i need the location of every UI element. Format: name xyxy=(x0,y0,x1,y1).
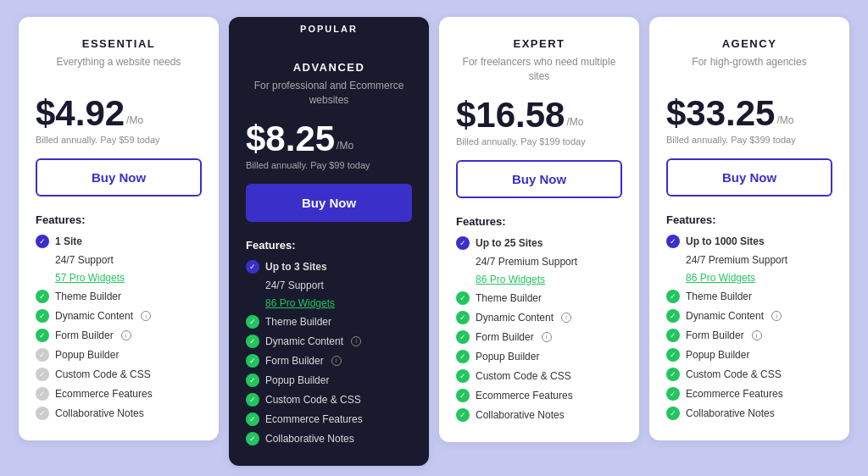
feature-item-essential-8: ✓Ecommerce Features xyxy=(36,387,202,401)
buy-button-essential[interactable]: Buy Now xyxy=(36,158,202,196)
features-label-advanced: Features: xyxy=(246,239,412,252)
feature-item-essential-5: ✓Form Builderi xyxy=(36,329,202,342)
feature-list-advanced: ✓Up to 3 Sites 24/7 Support 86 Pro Widge… xyxy=(246,260,412,446)
feature-text-essential-9: Collaborative Notes xyxy=(55,407,144,419)
feature-text-advanced-9: Collaborative Notes xyxy=(265,433,354,445)
feature-item-expert-3: ✓Theme Builder xyxy=(456,291,622,305)
icon-green: ✓ xyxy=(666,407,680,420)
feature-item-essential-6: ✓Popup Builder xyxy=(36,348,202,362)
feature-text-essential-8: Ecommerce Features xyxy=(55,388,153,400)
feature-text-essential-0: 1 Site xyxy=(55,235,82,247)
feature-text-advanced-0: Up to 3 Sites xyxy=(265,261,327,273)
icon-green: ✓ xyxy=(246,354,259,368)
feature-text-agency-8: Ecommerce Features xyxy=(686,388,783,400)
feature-item-agency-5: ✓Form Builderi xyxy=(666,329,832,342)
icon-blue: ✓ xyxy=(246,260,259,274)
feature-item-advanced-3: ✓Theme Builder xyxy=(246,315,412,329)
feature-item-expert-6: ✓Popup Builder xyxy=(456,350,622,363)
feature-text-agency-7: Custom Code & CSS xyxy=(686,368,782,380)
icon-gray: ✓ xyxy=(36,348,49,362)
feature-text-expert-4: Dynamic Content xyxy=(476,312,554,324)
billing-note-essential: Billed annually. Pay $59 today xyxy=(36,135,202,145)
price-row-advanced: $8.25 /Mo xyxy=(246,121,412,157)
icon-green: ✓ xyxy=(456,330,470,344)
feature-link-essential-2[interactable]: 57 Pro Widgets xyxy=(55,272,125,284)
icon-green: ✓ xyxy=(456,291,470,305)
feature-item-expert-7: ✓Custom Code & CSS xyxy=(456,369,622,383)
feature-item-agency-3: ✓Theme Builder xyxy=(666,290,832,303)
icon-green: ✓ xyxy=(246,335,259,348)
icon-green: ✓ xyxy=(666,368,680,381)
icon-blue: ✓ xyxy=(36,235,49,248)
plan-name-agency: AGENCY xyxy=(666,37,832,50)
feature-item-essential-2: 57 Pro Widgets xyxy=(36,272,202,284)
icon-green: ✓ xyxy=(36,290,49,303)
price-period-essential: /Mo xyxy=(126,114,143,126)
feature-item-agency-6: ✓Popup Builder xyxy=(666,348,832,362)
feature-text-advanced-4: Dynamic Content xyxy=(265,335,343,347)
feature-link-advanced-2[interactable]: 86 Pro Widgets xyxy=(265,297,335,309)
icon-green: ✓ xyxy=(456,408,470,422)
icon-green: ✓ xyxy=(246,432,259,446)
icon-green: ✓ xyxy=(456,311,470,324)
feature-text-essential-4: Dynamic Content xyxy=(55,310,133,322)
feature-item-essential-9: ✓Collaborative Notes xyxy=(36,407,202,420)
feature-item-advanced-2: 86 Pro Widgets xyxy=(246,297,412,309)
buy-button-expert[interactable]: Buy Now xyxy=(456,160,622,198)
pricing-container: ESSENTIALEverything a website needs $4.9… xyxy=(19,17,849,466)
billing-note-agency: Billed annually. Pay $399 today xyxy=(666,135,832,145)
icon-green: ✓ xyxy=(456,389,470,402)
feature-item-advanced-8: ✓Ecommerce Features xyxy=(246,412,412,426)
feature-item-agency-0: ✓Up to 1000 Sites xyxy=(666,235,832,248)
feature-text-expert-0: Up to 25 Sites xyxy=(476,237,542,249)
feature-text-essential-5: Form Builder xyxy=(55,329,114,341)
feature-item-expert-8: ✓Ecommerce Features xyxy=(456,389,622,402)
icon-green: ✓ xyxy=(246,374,259,387)
feature-text-essential-3: Theme Builder xyxy=(55,291,121,302)
icon-green: ✓ xyxy=(36,309,49,323)
feature-item-expert-0: ✓Up to 25 Sites xyxy=(456,236,622,250)
info-icon-expert-5: i xyxy=(542,332,552,342)
plan-card-advanced: POPULARADVANCEDFor professional and Ecom… xyxy=(229,17,429,466)
price-amount-advanced: $8.25 xyxy=(246,121,335,157)
feature-item-essential-4: ✓Dynamic Contenti xyxy=(36,309,202,323)
buy-button-advanced[interactable]: Buy Now xyxy=(246,184,412,222)
feature-item-advanced-1: 24/7 Support xyxy=(246,280,412,291)
feature-item-essential-7: ✓Custom Code & CSS xyxy=(36,368,202,381)
plan-name-advanced: ADVANCED xyxy=(246,61,412,74)
feature-item-agency-1: 24/7 Premium Support xyxy=(666,254,832,266)
feature-list-agency: ✓Up to 1000 Sites 24/7 Premium Support 8… xyxy=(666,235,832,420)
price-amount-essential: $4.92 xyxy=(36,96,125,131)
icon-green: ✓ xyxy=(666,387,680,401)
feature-link-expert-2[interactable]: 86 Pro Widgets xyxy=(476,274,545,285)
features-label-agency: Features: xyxy=(666,213,832,226)
feature-text-advanced-1: 24/7 Support xyxy=(265,280,324,291)
feature-text-agency-3: Theme Builder xyxy=(686,291,752,302)
feature-item-expert-5: ✓Form Builderi xyxy=(456,330,622,344)
feature-item-advanced-4: ✓Dynamic Contenti xyxy=(246,335,412,348)
icon-green: ✓ xyxy=(666,348,680,362)
feature-text-agency-1: 24/7 Premium Support xyxy=(686,254,787,266)
feature-text-expert-7: Custom Code & CSS xyxy=(476,370,571,382)
billing-note-expert: Billed annually. Pay $199 today xyxy=(456,136,622,147)
feature-link-agency-2[interactable]: 86 Pro Widgets xyxy=(686,272,755,284)
feature-text-advanced-8: Ecommerce Features xyxy=(265,413,363,425)
feature-text-advanced-5: Form Builder xyxy=(265,355,324,367)
icon-green: ✓ xyxy=(36,329,49,342)
info-icon-expert-4: i xyxy=(561,313,571,323)
info-icon-essential-4: i xyxy=(141,311,151,321)
plan-name-essential: ESSENTIAL xyxy=(36,37,202,50)
plan-card-essential: ESSENTIALEverything a website needs $4.9… xyxy=(19,17,219,440)
feature-item-agency-7: ✓Custom Code & CSS xyxy=(666,368,832,381)
icon-gray: ✓ xyxy=(36,387,49,401)
price-period-expert: /Mo xyxy=(566,116,583,128)
feature-item-advanced-7: ✓Custom Code & CSS xyxy=(246,393,412,407)
price-period-agency: /Mo xyxy=(776,114,793,126)
feature-text-essential-7: Custom Code & CSS xyxy=(55,368,151,380)
icon-blue: ✓ xyxy=(456,236,470,250)
buy-button-agency[interactable]: Buy Now xyxy=(666,158,832,196)
feature-item-essential-0: ✓1 Site xyxy=(36,235,202,248)
feature-item-expert-2: 86 Pro Widgets xyxy=(456,274,622,285)
features-label-essential: Features: xyxy=(36,213,202,226)
info-icon-agency-4: i xyxy=(771,311,782,321)
